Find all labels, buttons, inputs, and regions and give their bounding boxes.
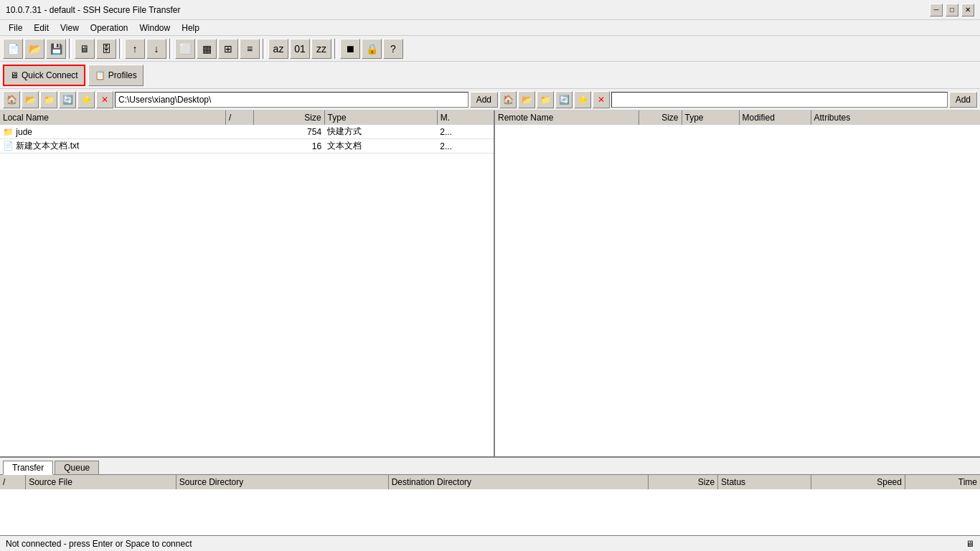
profiles-icon: 📋 [95, 70, 105, 80]
local-file-tbody: 📁 jude 754 快建方式 2... 📄 新建文本文档.txt 16 文本文… [0, 125, 494, 154]
file-name-cell: 📁 jude [0, 125, 226, 139]
connect-bar: 🖥 Quick Connect 📋 Profiles [0, 62, 980, 89]
remote-back-button[interactable]: 📂 [518, 91, 535, 108]
transfer-col-size[interactable]: Size [648, 475, 717, 489]
tab-queue[interactable]: Queue [55, 461, 99, 474]
local-col-size[interactable]: Size [254, 110, 324, 125]
remote-newdir-button[interactable]: 📁 [537, 91, 554, 108]
toolbar-separator [263, 39, 265, 59]
transfer-table-container: /Source FileSource DirectoryDestination … [0, 475, 980, 535]
remote-close-button[interactable]: ✕ [593, 91, 610, 108]
remote-path-input[interactable] [611, 92, 948, 108]
window-controls: ─ □ ✕ [930, 4, 974, 17]
transfer-table-header: /Source FileSource DirectoryDestination … [0, 475, 980, 489]
quick-connect-icon: 🖥 [10, 70, 19, 80]
local-col-slash[interactable]: / [226, 110, 254, 125]
transfer-table: /Source FileSource DirectoryDestination … [0, 475, 980, 532]
transfer-col-time[interactable]: Time [905, 475, 980, 489]
profiles-label: Profiles [108, 70, 137, 80]
toolbar-connect-remote-button[interactable]: 🖥 [75, 39, 95, 59]
remote-col-size[interactable]: Size [639, 110, 682, 125]
local-add-button[interactable]: Add [470, 92, 498, 108]
toolbar-view-list-button[interactable]: ▦ [197, 39, 217, 59]
toolbar-save-button[interactable]: 💾 [46, 39, 66, 59]
local-file-table: Local Name / Size Type M. 📁 jude 754 快建方… [0, 110, 494, 154]
toolbar-download-button[interactable]: ↓ [146, 39, 166, 59]
remote-col-attributes[interactable]: Attributes [811, 110, 980, 125]
local-bookmarks-button[interactable]: ⭐ [77, 91, 95, 108]
status-bar: Not connected - press Enter or Space to … [0, 535, 980, 551]
table-row[interactable]: 📄 新建文本文档.txt 16 文本文档 2... [0, 139, 494, 154]
file-modified-cell: 2... [437, 139, 494, 154]
status-message: Not connected - press Enter or Space to … [6, 539, 192, 549]
local-col-type[interactable]: Type [324, 110, 437, 125]
table-row[interactable]: 📁 jude 754 快建方式 2... [0, 125, 494, 139]
transfer-col-destination-directory[interactable]: Destination Directory [388, 475, 648, 489]
toolbar-upload-button[interactable]: ↑ [125, 39, 145, 59]
toolbar-separator [334, 39, 337, 59]
remote-home-button[interactable]: 🏠 [499, 91, 517, 108]
tab-transfer[interactable]: Transfer [3, 461, 53, 475]
file-size-cell: 16 [254, 139, 324, 154]
toolbar-server-button[interactable]: 🗄 [96, 39, 116, 59]
local-col-modified[interactable]: M. [437, 110, 494, 125]
local-path-input[interactable] [115, 92, 468, 108]
transfer-col-slash[interactable]: / [0, 475, 26, 489]
remote-col-modified[interactable]: Modified [739, 110, 811, 125]
quick-connect-label: Quick Connect [22, 70, 78, 80]
toolbar-separator [119, 39, 122, 59]
transfer-col-source-file[interactable]: Source File [26, 475, 176, 489]
local-col-name[interactable]: Local Name [0, 110, 226, 125]
file-slash-cell [226, 125, 254, 139]
menu-item-file[interactable]: File [3, 22, 28, 34]
toolbar-binary-view-button[interactable]: 01 [290, 39, 310, 59]
transfer-col-speed[interactable]: Speed [811, 475, 905, 489]
path-row: 🏠 📂 📁 🔄 ⭐ ✕ Add 🏠 📂 📁 🔄 ⭐ ✕ Add [0, 89, 980, 110]
toolbar-view-grid-button[interactable]: ⊞ [218, 39, 238, 59]
menu-item-edit[interactable]: Edit [28, 22, 55, 34]
menu-item-help[interactable]: Help [176, 22, 205, 34]
menu-item-view[interactable]: View [55, 22, 85, 34]
toolbar-security-button[interactable]: 🔒 [362, 39, 382, 59]
menu-item-operation[interactable]: Operation [85, 22, 134, 34]
transfer-table-tbody [0, 489, 980, 532]
transfer-col-source-directory[interactable]: Source Directory [176, 475, 388, 489]
toolbar-help-btn-button[interactable]: ? [383, 39, 403, 59]
transfer-tabs: TransferQueue [0, 458, 980, 475]
file-type-cell: 快建方式 [324, 125, 437, 139]
minimize-button[interactable]: ─ [930, 4, 943, 17]
bottom-area: TransferQueue /Source FileSource Directo… [0, 456, 980, 535]
file-slash-cell [226, 139, 254, 154]
transfer-col-status[interactable]: Status [718, 475, 811, 489]
toolbar-separator [169, 39, 172, 59]
local-panel: Local Name / Size Type M. 📁 jude 754 快建方… [0, 110, 495, 456]
toolbar-hex-view-button[interactable]: zz [311, 39, 331, 59]
local-refresh-button[interactable]: 🔄 [59, 91, 76, 108]
remote-refresh-button[interactable]: 🔄 [555, 91, 573, 108]
local-newdir-button[interactable]: 📁 [40, 91, 57, 108]
maximize-button[interactable]: □ [946, 4, 958, 17]
toolbar-new-button[interactable]: 📄 [3, 39, 23, 59]
menu-item-window[interactable]: Window [134, 22, 176, 34]
toolbar-open-button[interactable]: 📂 [24, 39, 44, 59]
quick-connect-button[interactable]: 🖥 Quick Connect [3, 65, 85, 86]
close-button[interactable]: ✕ [961, 4, 974, 17]
local-back-button[interactable]: 📂 [22, 91, 39, 108]
remote-panel: Remote Name Size Type Modified Attribute… [495, 110, 980, 456]
toolbar-cancel-action-button[interactable]: ⏹ [340, 39, 360, 59]
remote-bookmarks-button[interactable]: ⭐ [574, 91, 591, 108]
file-type-cell: 文本文档 [324, 139, 437, 154]
local-close-button[interactable]: ✕ [96, 91, 113, 108]
local-home-button[interactable]: 🏠 [3, 91, 20, 108]
toolbar-stop-transfer-button[interactable]: ⬜ [175, 39, 195, 59]
remote-col-type[interactable]: Type [682, 110, 739, 125]
remote-add-button[interactable]: Add [949, 92, 977, 108]
title-text: 10.0.7.31 - default - SSH Secure File Tr… [6, 5, 180, 15]
title-bar: 10.0.7.31 - default - SSH Secure File Tr… [0, 0, 980, 20]
file-name-cell: 📄 新建文本文档.txt [0, 139, 226, 154]
toolbar: 📄📂💾🖥🗄↑↓⬜▦⊞≡az01zz⏹🔒? [0, 36, 980, 62]
toolbar-view-details-button[interactable]: ≡ [240, 39, 260, 59]
profiles-button[interactable]: 📋 Profiles [88, 65, 143, 86]
toolbar-abc-view-button[interactable]: az [268, 39, 288, 59]
remote-col-name[interactable]: Remote Name [495, 110, 639, 125]
